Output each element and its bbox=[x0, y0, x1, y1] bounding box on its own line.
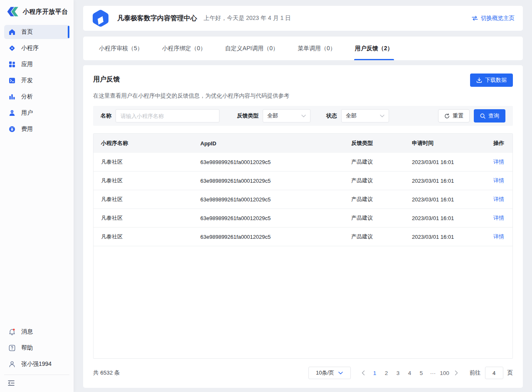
cell-appid: 63e989899261fa00012029c5 bbox=[200, 178, 351, 184]
sidebar-item-miniprogram[interactable]: 小程序 bbox=[4, 41, 69, 55]
cell-type: 产品建议 bbox=[351, 177, 412, 184]
search-button[interactable]: 查询 bbox=[474, 109, 505, 122]
download-data-button[interactable]: 下载数据 bbox=[470, 74, 513, 87]
type-filter-value: 全部 bbox=[267, 112, 278, 120]
page-ellipsis[interactable]: ··· bbox=[427, 369, 439, 377]
cell-name: 凡泰社区 bbox=[94, 177, 200, 184]
page-number[interactable]: 3 bbox=[392, 369, 404, 377]
sidebar-collapse[interactable] bbox=[4, 375, 69, 392]
account-icon bbox=[8, 361, 16, 368]
page-size-select[interactable]: 10条/页 bbox=[308, 367, 351, 379]
main-content: 凡泰极客数字内容管理中心 上午好，今天是 2023 年 4 月 1 日 切换概览… bbox=[74, 0, 532, 392]
tab-user-feedback[interactable]: 用户反馈（2） bbox=[355, 37, 393, 60]
type-filter-select[interactable]: 全部 bbox=[263, 109, 310, 122]
table-header-row: 小程序名称 AppID 反馈类型 申请时间 操作 bbox=[94, 134, 512, 153]
sidebar-item-label: 开发 bbox=[21, 77, 33, 84]
cell-time: 2023/03/01 16:01 bbox=[412, 234, 480, 240]
status-filter-value: 全部 bbox=[346, 112, 357, 120]
sidebar-item-label: 首页 bbox=[21, 28, 33, 36]
tab-menu-calls[interactable]: 菜单调用（0） bbox=[298, 37, 336, 60]
download-icon bbox=[476, 77, 482, 83]
table-row: 凡泰社区 63e989899261fa00012029c5 产品建议 2023/… bbox=[94, 209, 512, 228]
menu-fold-icon bbox=[7, 380, 66, 386]
cell-time: 2023/03/01 16:01 bbox=[412, 196, 480, 203]
cell-name: 凡泰社区 bbox=[94, 196, 200, 203]
platform-logo-icon bbox=[7, 7, 19, 17]
sidebar-item-label: 用户 bbox=[21, 109, 33, 117]
fee-icon bbox=[8, 126, 16, 132]
tab-miniprogram-review[interactable]: 小程序审核（5） bbox=[99, 37, 143, 60]
chevron-down-icon bbox=[380, 115, 384, 118]
sidebar-item-develop[interactable]: 开发 bbox=[4, 74, 69, 88]
user-feedback-panel: 用户反馈 下载数据 在这里查看用户在小程序中提交的反馈信息，为优化小程序内容与代… bbox=[83, 65, 523, 388]
reset-label: 重置 bbox=[453, 112, 463, 120]
sidebar-item-home[interactable]: 首页 bbox=[4, 25, 69, 39]
feedback-table: 小程序名称 AppID 反馈类型 申请时间 操作 凡泰社区 63e9898992… bbox=[93, 133, 513, 359]
sidebar-item-analytics[interactable]: 分析 bbox=[4, 90, 69, 104]
panel-title: 用户反馈 bbox=[93, 74, 120, 84]
sidebar-item-label: 费用 bbox=[21, 125, 33, 133]
name-filter-input[interactable] bbox=[116, 109, 219, 122]
sidebar-item-account[interactable]: 张小强1994 bbox=[4, 357, 69, 371]
status-filter-select[interactable]: 全部 bbox=[341, 109, 389, 122]
col-header-appid: AppID bbox=[200, 140, 351, 147]
page-number[interactable]: 100 bbox=[439, 369, 451, 377]
chart-icon bbox=[8, 93, 16, 100]
panel-description: 在这里查看用户在小程序中提交的反馈信息，为优化小程序内容与代码提供参考 bbox=[93, 92, 513, 100]
terminal-icon bbox=[8, 77, 16, 84]
sidebar-item-billing[interactable]: 费用 bbox=[4, 122, 69, 136]
tab-label: 用户反馈（2） bbox=[355, 45, 393, 52]
total-count: 共 6532 条 bbox=[93, 369, 120, 377]
col-header-name: 小程序名称 bbox=[94, 140, 200, 147]
page-number[interactable]: 5 bbox=[416, 369, 427, 377]
status-filter-label: 状态 bbox=[326, 112, 337, 120]
sidebar-item-messages[interactable]: 消息 bbox=[4, 325, 69, 339]
sidebar-item-help[interactable]: 帮助 bbox=[4, 341, 69, 355]
bell-icon bbox=[8, 328, 16, 335]
sidebar-footer: 消息 帮助 张小强1994 bbox=[0, 325, 74, 392]
tab-custom-api-calls[interactable]: 自定义API调用（0） bbox=[225, 37, 278, 60]
tab-label: 小程序审核（5） bbox=[99, 45, 143, 52]
sidebar-item-label: 张小强1994 bbox=[21, 360, 52, 368]
tab-miniprogram-binding[interactable]: 小程序绑定（0） bbox=[162, 37, 206, 60]
detail-link[interactable]: 详情 bbox=[493, 233, 504, 240]
cell-time: 2023/03/01 16:01 bbox=[412, 159, 480, 165]
cell-appid: 63e989899261fa00012029c5 bbox=[200, 234, 351, 240]
tabs-bar: 小程序审核（5） 小程序绑定（0） 自定义API调用（0） 菜单调用（0） 用户… bbox=[83, 37, 523, 60]
apps-icon bbox=[8, 61, 16, 68]
tab-label: 自定义API调用（0） bbox=[225, 45, 278, 52]
switch-overview-link[interactable]: 切换概览主页 bbox=[472, 15, 515, 22]
cell-appid: 63e989899261fa00012029c5 bbox=[200, 215, 351, 221]
prev-page-arrow[interactable] bbox=[357, 370, 369, 375]
sidebar-item-label: 消息 bbox=[21, 328, 33, 336]
user-icon bbox=[8, 110, 16, 116]
page-number[interactable]: 4 bbox=[404, 369, 416, 377]
goto-label: 前往 bbox=[470, 369, 481, 377]
reset-button[interactable]: 重置 bbox=[438, 109, 470, 122]
cell-name: 凡泰社区 bbox=[94, 158, 200, 166]
goto-page-input[interactable] bbox=[485, 367, 503, 379]
table-row: 凡泰社区 63e989899261fa00012029c5 产品建议 2023/… bbox=[94, 153, 512, 172]
cell-appid: 63e989899261fa00012029c5 bbox=[200, 196, 351, 203]
table-row: 凡泰社区 63e989899261fa00012029c5 产品建议 2023/… bbox=[94, 172, 512, 190]
sidebar-item-apps[interactable]: 应用 bbox=[4, 57, 69, 71]
detail-link[interactable]: 详情 bbox=[493, 196, 504, 202]
sidebar-item-users[interactable]: 用户 bbox=[4, 106, 69, 120]
page-number[interactable]: 1 bbox=[369, 369, 381, 377]
tab-label: 小程序绑定（0） bbox=[162, 45, 206, 52]
greeting-text: 上午好，今天是 2023 年 4 月 1 日 bbox=[204, 15, 291, 22]
detail-link[interactable]: 详情 bbox=[493, 177, 504, 184]
active-tab-indicator bbox=[354, 59, 394, 60]
help-icon bbox=[8, 345, 16, 351]
detail-link[interactable]: 详情 bbox=[493, 215, 504, 221]
sidebar: 小程序开放平台 首页 小程序 应用 开发 bbox=[0, 0, 74, 392]
next-page-arrow[interactable] bbox=[451, 370, 462, 375]
home-icon bbox=[8, 29, 16, 35]
detail-link[interactable]: 详情 bbox=[493, 159, 504, 165]
cell-appid: 63e989899261fa00012029c5 bbox=[200, 159, 351, 165]
col-header-time: 申请时间 bbox=[412, 140, 480, 147]
page-number[interactable]: 2 bbox=[381, 369, 392, 377]
header-card: 凡泰极客数字内容管理中心 上午好，今天是 2023 年 4 月 1 日 切换概览… bbox=[83, 6, 523, 31]
tab-label: 菜单调用（0） bbox=[298, 45, 336, 52]
table-empty-area bbox=[94, 246, 512, 358]
